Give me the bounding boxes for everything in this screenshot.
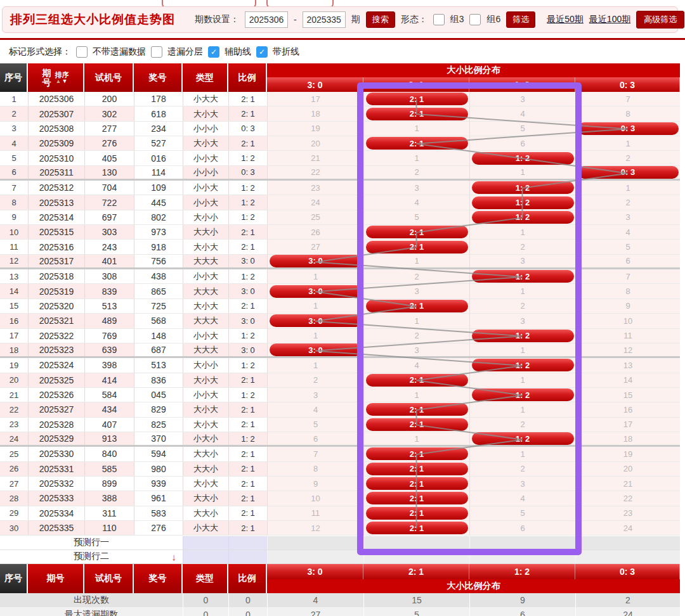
cell-prize-number: 276 [134, 521, 183, 535]
dist-cell: 3 [363, 284, 469, 298]
omission-value: 8 [625, 286, 630, 296]
dist-cell: 3 [469, 255, 575, 267]
cell-prize-number: 109 [134, 181, 183, 195]
mark-option-checkbox-3[interactable]: ✓ [208, 46, 219, 58]
ratio-pill: 3: 0 [270, 314, 362, 327]
recent-50-link[interactable]: 最近50期 [547, 14, 584, 25]
dist-cell: 18 [575, 432, 680, 445]
omission-value: 5 [313, 420, 318, 429]
footer-table-header: 序号期号试机号奖号类型比例3: 02: 11: 20: 3大小比例分布 [0, 564, 680, 593]
cell-type: 大大大 [183, 343, 228, 356]
dist-cell: 4 [363, 358, 469, 372]
dist-cell: 10 [575, 314, 680, 328]
dist-cell: 2: 1 [363, 491, 469, 505]
mark-option-checkbox-1[interactable] [76, 46, 88, 58]
group3-label: 组3 [450, 14, 464, 25]
filter-button[interactable]: 筛选 [506, 11, 535, 28]
omission-value: 4 [414, 361, 419, 370]
cell-test-number: 303 [84, 225, 134, 239]
prediction-dist-cell [469, 550, 575, 563]
footer-header-period: 期号 [28, 564, 84, 593]
max-miss-row: 最大遗漏期数00275624 [0, 607, 680, 616]
cell-prize-number: 687 [134, 343, 183, 356]
cell-period: 2025316 [28, 240, 84, 253]
period-to-input[interactable] [303, 11, 346, 28]
prediction-input-cell[interactable] [183, 550, 228, 563]
cell-prize-number: 594 [134, 447, 183, 461]
cell-type: 大小大 [183, 373, 228, 387]
cell-prize-number: 973 [134, 225, 183, 239]
dist-cell: 9 [267, 477, 363, 491]
table-row: 172025322769148小小大1: 2121: 211 [0, 329, 680, 343]
omission-value: 9 [625, 301, 630, 311]
cell-seq: 1 [0, 92, 28, 106]
dist-cell: 17 [267, 92, 363, 106]
omission-value: 1 [625, 139, 630, 148]
cell-prize-number: 802 [134, 210, 183, 224]
cell-period: 2025309 [28, 136, 84, 150]
mark-option-checkbox-2[interactable] [151, 46, 162, 58]
omission-value: 3 [520, 94, 525, 104]
sort-desc-icon[interactable]: ▼ [62, 78, 68, 84]
dist-cell: 27 [267, 240, 363, 253]
cell-ratio: 2: 1 [228, 106, 267, 120]
cell-prize-number: 618 [134, 106, 183, 120]
dist-cell: 1 [363, 151, 469, 165]
cell-seq: 20 [0, 373, 28, 387]
period-sort-control[interactable]: 排序▲▼ [55, 72, 69, 84]
omission-value: 1 [520, 449, 525, 459]
dist-cell: 9 [575, 299, 680, 313]
header-period-label: 期号 [42, 68, 51, 87]
omission-value: 7 [313, 449, 318, 459]
omission-value: 11 [311, 508, 320, 518]
cell-test-number: 414 [84, 373, 134, 387]
dist-cell: 1 [469, 447, 575, 461]
prediction-input-cell[interactable] [228, 550, 267, 563]
dist-cell: 5 [267, 418, 363, 432]
cell-seq: 18 [0, 343, 28, 356]
cell-seq: 3 [0, 122, 28, 136]
dist-cell: 14 [575, 373, 680, 387]
omission-value: 2 [520, 464, 525, 473]
recent-100-link[interactable]: 最近100期 [589, 14, 630, 25]
group6-checkbox[interactable] [469, 14, 481, 25]
dist-cell: 22 [575, 491, 680, 505]
cell-seq: 22 [0, 402, 28, 416]
period-from-input[interactable] [245, 11, 288, 28]
cell-prize-number: 016 [134, 151, 183, 165]
dist-cell: 21 [267, 151, 363, 165]
cell-ratio: 2: 1 [228, 92, 267, 106]
ratio-pill: 2: 1 [366, 507, 468, 520]
cell-ratio: 3: 0 [228, 284, 267, 298]
advanced-filter-button[interactable]: 高级筛选 [636, 11, 684, 29]
cell-prize-number: 756 [134, 255, 183, 267]
dist-cell: 5 [469, 122, 575, 136]
group3-checkbox[interactable] [433, 14, 445, 25]
cell-type: 小小小 [183, 122, 228, 136]
omission-value: 3 [520, 256, 525, 266]
cell-type: 大小大 [183, 240, 228, 253]
prediction-input-cell[interactable] [183, 536, 228, 549]
summary-value: 2 [575, 593, 680, 607]
period-unit-label: 期 [351, 14, 360, 25]
search-button[interactable]: 搜索 [366, 11, 395, 28]
table-row: 22025307302618大小大2: 1182: 148 [0, 106, 680, 121]
dist-cell: 4 [469, 491, 575, 505]
footer-ratio-col-3: 1: 2 [469, 564, 575, 579]
header-ratio-col-3: 1: 2 [469, 77, 575, 92]
dist-cell: 10 [267, 491, 363, 505]
cell-type: 小大大 [183, 521, 228, 535]
omission-value: 1 [414, 390, 419, 400]
mark-option-checkbox-4[interactable]: ✓ [256, 46, 268, 58]
header-type: 类型 [183, 63, 228, 92]
cell-type: 大大大 [183, 314, 228, 328]
dist-cell: 6 [267, 432, 363, 445]
omission-value: 2 [520, 301, 525, 311]
table-row: 292025334311583大大小2: 1112: 1523 [0, 506, 680, 521]
cell-period: 2025323 [28, 343, 84, 356]
prediction-input-cell[interactable] [228, 536, 267, 549]
dist-cell: 19 [267, 122, 363, 136]
sort-asc-icon[interactable]: ▲ [56, 78, 62, 84]
cell-test-number: 302 [84, 106, 134, 120]
footer-header-dist-subcols: 3: 02: 11: 20: 3 [267, 564, 680, 579]
